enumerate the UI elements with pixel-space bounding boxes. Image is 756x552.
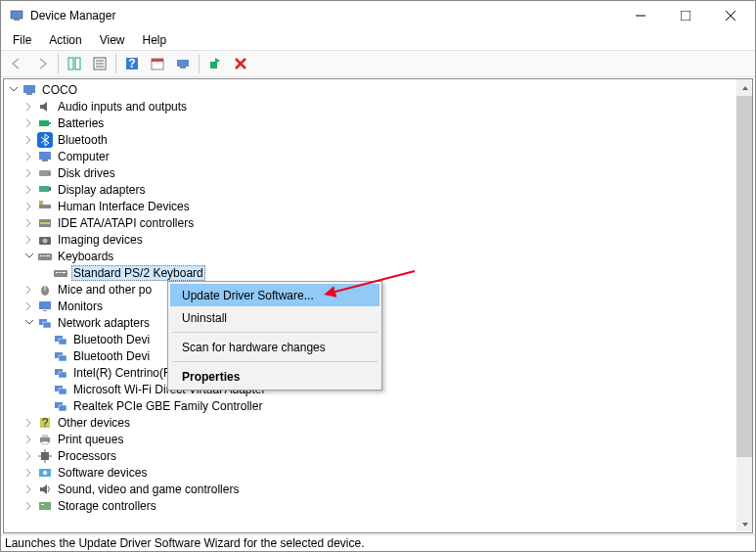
close-button[interactable]	[708, 1, 753, 30]
menu-properties[interactable]: Properties	[170, 365, 379, 388]
scroll-track[interactable]	[736, 96, 753, 516]
maximize-button[interactable]	[663, 1, 708, 30]
svg-rect-26	[39, 152, 51, 160]
expand-icon[interactable]	[23, 151, 35, 162]
tree-label: Software devices	[56, 465, 149, 481]
tree-category-disk[interactable]: Disk drives	[4, 164, 752, 181]
tree-category-software[interactable]: Software devices	[4, 464, 752, 481]
expand-icon[interactable]	[23, 467, 35, 479]
scroll-down-arrow[interactable]	[736, 516, 753, 532]
tree-category-other[interactable]: ?Other devices	[4, 414, 752, 431]
tree-root[interactable]: COCO	[4, 81, 752, 98]
scroll-thumb[interactable]	[736, 96, 753, 457]
status-text: Launches the Update Driver Software Wiza…	[5, 536, 365, 550]
keyboard-icon	[37, 249, 53, 264]
menu-item-label: Scan for hardware changes	[182, 341, 326, 354]
tree-category-storage[interactable]: Storage controllers	[4, 497, 752, 514]
mouse-icon	[37, 282, 53, 298]
menu-update-driver[interactable]: Update Driver Software...	[170, 284, 379, 306]
collapse-icon[interactable]	[8, 84, 20, 96]
tree-category-processors[interactable]: Processors	[4, 447, 752, 464]
expand-icon[interactable]	[23, 300, 35, 312]
tree-category-imaging[interactable]: Imaging devices	[4, 231, 752, 248]
tree-category-ide[interactable]: IDE ATA/ATAPI controllers	[4, 214, 752, 231]
speaker-icon	[37, 482, 53, 497]
tree-category-print[interactable]: Print queues	[4, 431, 752, 447]
tree-label: Batteries	[56, 115, 106, 131]
tree-device-standard-keyboard[interactable]: Standard PS/2 Keyboard	[4, 264, 752, 281]
tree-category-audio[interactable]: Audio inputs and outputs	[4, 98, 752, 115]
tree-device-network[interactable]: Realtek PCIe GBE Family Controller	[4, 397, 752, 414]
tree-category-sound[interactable]: Sound, video and game controllers	[4, 481, 752, 497]
svg-rect-42	[54, 270, 67, 277]
expand-icon[interactable]	[23, 101, 35, 113]
tree-label: Bluetooth	[56, 132, 110, 148]
app-icon	[9, 8, 24, 23]
show-hide-tree-button[interactable]	[63, 52, 86, 75]
scroll-up-arrow[interactable]	[736, 79, 753, 96]
tree-category-keyboards[interactable]: Keyboards	[4, 248, 752, 264]
svg-point-37	[43, 238, 48, 243]
forward-button[interactable]	[30, 52, 54, 75]
vertical-scrollbar[interactable]	[736, 79, 753, 532]
expand-icon[interactable]	[23, 450, 35, 462]
tree-label: Computer	[56, 149, 111, 164]
menu-view[interactable]: View	[92, 31, 133, 49]
menu-separator	[172, 332, 378, 333]
expand-icon[interactable]	[23, 483, 35, 495]
toolbar-separator	[115, 54, 116, 73]
menu-scan-hardware[interactable]: Scan for hardware changes	[170, 336, 379, 358]
menu-file[interactable]: File	[5, 31, 39, 49]
svg-rect-59	[59, 389, 67, 394]
help-button[interactable]: ?	[120, 52, 144, 75]
network-icon	[53, 382, 68, 397]
tree-category-hid[interactable]: Human Interface Devices	[4, 198, 752, 214]
collapse-icon[interactable]	[23, 251, 35, 262]
expand-icon[interactable]	[23, 184, 35, 196]
calendar-button[interactable]	[146, 52, 169, 75]
expand-icon[interactable]	[23, 234, 35, 246]
tree-label: COCO	[40, 82, 79, 98]
svg-rect-61	[59, 405, 67, 411]
network-icon	[53, 365, 68, 381]
tree-category-batteries[interactable]: Batteries	[4, 115, 752, 131]
tree-category-computer[interactable]: Computer	[4, 148, 752, 164]
tree-label: Network adapters	[56, 315, 152, 331]
expand-icon[interactable]	[23, 500, 35, 512]
tree-label: Audio inputs and outputs	[56, 99, 189, 115]
other-icon: ?	[37, 415, 53, 431]
menu-uninstall[interactable]: Uninstall	[170, 306, 379, 329]
svg-rect-22	[26, 93, 32, 95]
properties-button[interactable]	[88, 52, 111, 75]
uninstall-button[interactable]	[229, 52, 252, 75]
menu-action[interactable]: Action	[41, 31, 89, 49]
tree-category-display[interactable]: Display adapters	[4, 181, 752, 198]
expand-icon[interactable]	[23, 167, 35, 179]
ide-icon	[37, 215, 53, 231]
expand-icon[interactable]	[23, 417, 35, 429]
minimize-button[interactable]	[618, 1, 663, 30]
status-bar: Launches the Update Driver Software Wiza…	[1, 534, 755, 551]
svg-point-73	[43, 471, 47, 475]
computer-icon	[37, 149, 53, 164]
expand-icon[interactable]	[23, 434, 35, 445]
tree-category-bluetooth[interactable]: Bluetooth	[4, 131, 752, 148]
collapse-icon[interactable]	[23, 317, 35, 329]
context-menu: Update Driver Software... Uninstall Scan…	[167, 281, 382, 391]
scan-button[interactable]	[171, 52, 195, 75]
svg-rect-32	[39, 205, 51, 208]
expand-icon[interactable]	[23, 134, 35, 146]
expand-icon[interactable]	[23, 284, 35, 296]
menu-help[interactable]: Help	[135, 31, 175, 49]
menu-separator	[172, 361, 378, 362]
svg-rect-51	[43, 322, 51, 328]
back-button[interactable]	[5, 52, 28, 75]
svg-rect-39	[40, 255, 42, 256]
expand-icon[interactable]	[23, 217, 35, 229]
expand-icon[interactable]	[23, 201, 35, 212]
tree-label: Standard PS/2 Keyboard	[71, 265, 205, 281]
expand-icon[interactable]	[23, 117, 35, 129]
titlebar: Device Manager	[1, 1, 755, 30]
tree-label: Monitors	[56, 299, 105, 314]
enable-button[interactable]	[203, 52, 227, 75]
